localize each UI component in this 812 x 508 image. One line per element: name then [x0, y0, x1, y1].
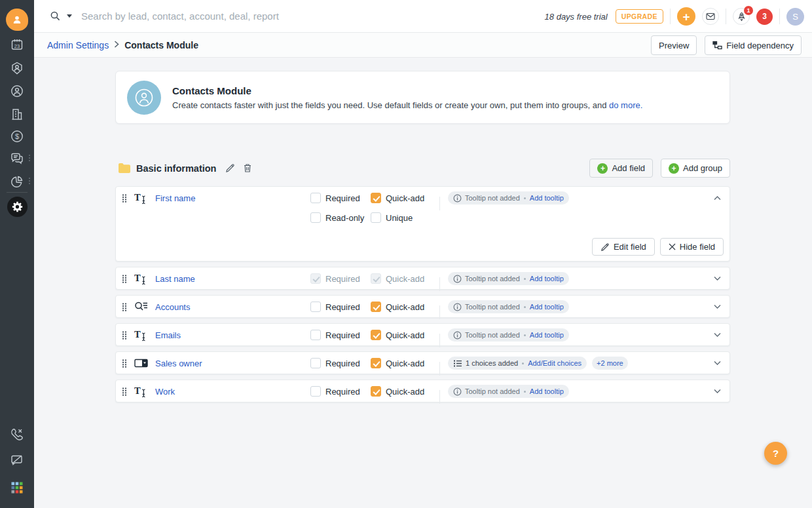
read-only-checkbox[interactable]: [310, 212, 321, 223]
quick-add-checkbox[interactable]: [371, 302, 381, 312]
choices-list-icon: [453, 359, 462, 368]
drag-handle-icon[interactable]: [122, 194, 127, 203]
expand-chevron-icon[interactable]: [714, 277, 721, 281]
field-row-accounts: Accounts Required Quick-add Tooltip not …: [115, 295, 730, 318]
expand-chevron-icon[interactable]: [714, 333, 721, 338]
delete-group-button[interactable]: [242, 162, 253, 174]
field-dependency-icon: [712, 41, 722, 50]
more-choices-link[interactable]: +2 more: [597, 359, 623, 367]
field-name-link[interactable]: First name: [155, 193, 195, 203]
content: Contacts Module Create contacts faster w…: [34, 58, 812, 508]
search-icon[interactable]: [50, 10, 61, 22]
usage-count-badge[interactable]: 3: [756, 9, 773, 25]
accounts-org-icon: [10, 107, 24, 121]
required-label: Required: [325, 330, 360, 340]
required-checkbox[interactable]: [310, 302, 321, 312]
breadcrumb-admin-settings[interactable]: Admin Settings: [47, 40, 109, 50]
required-checkbox[interactable]: [310, 358, 321, 368]
whats-new-button[interactable]: 1: [733, 8, 750, 25]
quick-add-button[interactable]: +: [677, 7, 695, 26]
required-label: Required: [325, 387, 360, 397]
add-tooltip-link[interactable]: Add tooltip: [530, 194, 564, 202]
sidebar-item-phone[interactable]: [0, 427, 34, 442]
search-input[interactable]: [81, 10, 396, 22]
row-divider: [439, 197, 440, 210]
do-more-link[interactable]: do more.: [609, 100, 642, 110]
sidebar-item-settings[interactable]: [0, 197, 34, 217]
field-row-first-name: T First name Required Quick-add Tooltip …: [115, 186, 730, 262]
add-tooltip-link[interactable]: Add tooltip: [530, 275, 564, 283]
text-field-icon: T: [134, 329, 148, 342]
drag-handle-icon[interactable]: [122, 331, 127, 340]
field-name-link[interactable]: Accounts: [155, 302, 190, 312]
add-edit-choices-link[interactable]: Add/Edit choices: [528, 359, 581, 367]
sidebar-item-apps[interactable]: [0, 480, 34, 495]
dropdown-field-icon: [134, 358, 148, 368]
pill-dot: [524, 306, 526, 308]
plus-icon: +: [597, 163, 608, 174]
more-choices-pill: +2 more: [592, 357, 628, 370]
email-button[interactable]: [702, 8, 719, 25]
search-scope-caret-icon[interactable]: [67, 14, 72, 18]
freshworks-logo[interactable]: [0, 9, 34, 31]
reports-overflow-icon[interactable]: [29, 178, 31, 184]
unique-checkbox[interactable]: [371, 212, 381, 223]
conversations-overflow-icon[interactable]: [29, 155, 31, 161]
drag-handle-icon[interactable]: [122, 303, 127, 311]
sidebar-item-accounts[interactable]: [0, 107, 34, 121]
field-name-link[interactable]: Emails: [155, 330, 181, 340]
add-group-button[interactable]: + Add group: [661, 159, 730, 178]
required-checkbox[interactable]: [310, 386, 321, 397]
add-field-button[interactable]: + Add field: [589, 159, 653, 178]
help-button[interactable]: ?: [764, 442, 787, 465]
field-row-last-name: T Last name Required Quick-add Tooltip n…: [115, 267, 730, 290]
module-header-card: Contacts Module Create contacts faster w…: [115, 71, 730, 124]
drag-handle-icon[interactable]: [122, 275, 127, 283]
quick-add-checkbox[interactable]: [371, 386, 381, 397]
quick-add-label: Quick-add: [386, 387, 424, 397]
quick-add-checkbox[interactable]: [371, 358, 381, 368]
folder-icon: [118, 163, 131, 174]
breadcrumb-current: Contacts Module: [124, 40, 198, 50]
drag-handle-icon[interactable]: [122, 387, 127, 396]
expand-chevron-icon[interactable]: [714, 361, 721, 366]
edit-group-button[interactable]: [224, 162, 236, 174]
upgrade-button[interactable]: UPGRADE: [616, 9, 663, 24]
sidebar-item-contacts[interactable]: [0, 84, 34, 98]
text-field-icon: T: [134, 385, 148, 398]
field-dependency-button[interactable]: Field dependency: [705, 35, 802, 55]
field-name-link[interactable]: Last name: [155, 274, 195, 284]
quick-add-checkbox[interactable]: [371, 193, 381, 203]
required-checkbox[interactable]: [310, 330, 321, 340]
required-checkbox: [310, 273, 321, 284]
hide-field-button[interactable]: Hide field: [660, 238, 724, 256]
edit-field-button[interactable]: Edit field: [592, 238, 655, 256]
add-tooltip-link[interactable]: Add tooltip: [530, 303, 564, 311]
user-avatar[interactable]: S: [786, 8, 804, 26]
field-name-link[interactable]: Work: [155, 387, 175, 397]
tooltip-pill: Tooltip not added Add tooltip: [448, 272, 569, 285]
expand-chevron-icon[interactable]: [714, 389, 721, 394]
field-name-link[interactable]: Sales owner: [155, 359, 202, 368]
required-checkbox[interactable]: [310, 193, 321, 203]
contacts-module-icon: [127, 81, 161, 115]
collapse-chevron-icon[interactable]: [714, 196, 721, 201]
quick-add-checkbox[interactable]: [371, 330, 381, 340]
sidebar-divider: [7, 192, 28, 193]
drag-handle-icon[interactable]: [122, 359, 127, 368]
tooltip-pill: Tooltip not added Add tooltip: [448, 328, 569, 342]
chat-disabled-icon: [9, 452, 25, 468]
sidebar-item-leads[interactable]: [0, 61, 34, 75]
expand-chevron-icon[interactable]: [714, 305, 721, 309]
sidebar-item-calendar[interactable]: 23: [0, 37, 34, 52]
sidebar-item-chat-widget[interactable]: [0, 452, 34, 468]
quick-add-checkbox: [371, 273, 381, 284]
info-icon: [453, 194, 462, 203]
preview-button[interactable]: Preview: [651, 35, 697, 55]
sidebar: 23 $: [0, 0, 34, 508]
sidebar-item-deals[interactable]: $: [0, 129, 34, 144]
required-label: Required: [325, 274, 360, 284]
topbar-divider: [670, 9, 671, 24]
add-tooltip-link[interactable]: Add tooltip: [530, 331, 564, 339]
add-tooltip-link[interactable]: Add tooltip: [530, 387, 564, 395]
